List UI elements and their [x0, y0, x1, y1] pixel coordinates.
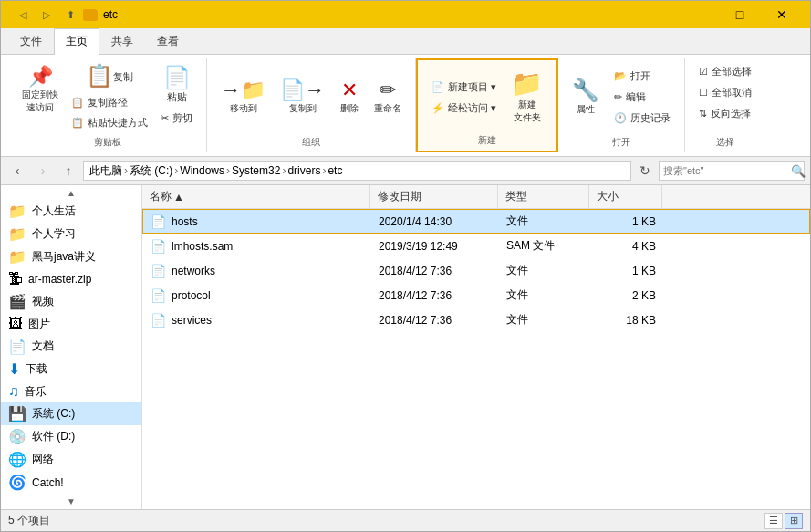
details-view-btn[interactable]: ☰	[764, 513, 783, 529]
select-all-btn[interactable]: ☑ 全部选择	[692, 62, 758, 81]
open-icon: 📂	[614, 70, 627, 82]
properties-btn[interactable]: 🔧 属性	[566, 75, 606, 120]
search-button[interactable]: 🔍	[791, 164, 806, 178]
sidebar-label: 黑马java讲义	[32, 249, 96, 265]
ribbon-content: 📌 固定到快速访问 📋 复制 📋 复制路径 📋	[1, 55, 810, 156]
file-name-label: networks	[172, 265, 215, 277]
system-menu-btn[interactable]: ◁	[12, 4, 34, 26]
pin-btn[interactable]: 📌 固定到快速访问	[16, 62, 65, 119]
paste-path-btn[interactable]: 📋 复制路径	[65, 93, 154, 112]
select-buttons: ☑ 全部选择 ☐ 全部取消 ⇅ 反向选择	[692, 62, 758, 132]
refresh-btn[interactable]: ↻	[635, 161, 655, 181]
paste-shortcut-icon: 📋	[71, 117, 84, 129]
col-header-name[interactable]: 名称 ▲	[142, 185, 370, 208]
invert-select-btn[interactable]: ⇅ 反向选择	[692, 104, 757, 123]
invert-icon: ⇅	[699, 108, 707, 120]
col-header-type[interactable]: 类型	[498, 185, 589, 208]
clipboard-small-btns: 📋 复制路径 📋 粘贴快捷方式	[65, 93, 154, 132]
col-date-label: 修改日期	[378, 189, 421, 204]
file-name-label: services	[172, 314, 212, 327]
clipboard-buttons: 📌 固定到快速访问 📋 复制 📋 复制路径 📋	[16, 62, 199, 132]
sidebar-item-personal-study[interactable]: 📁 个人学习	[1, 223, 141, 245]
address-path[interactable]: 此电脑 › 系统 (C:) › Windows › System32 › dri…	[83, 161, 631, 181]
sidebar-item-software-d[interactable]: 💿 软件 (D:)	[1, 425, 141, 448]
sidebar-item-pictures[interactable]: 🖼 图片	[1, 313, 141, 335]
file-row-networks[interactable]: 📄 networks 2018/4/12 7:36 文件 1 KB	[142, 258, 810, 283]
search-input[interactable]	[663, 165, 789, 176]
file-row-lmhosts[interactable]: 📄 lmhosts.sam 2019/3/19 12:49 SAM 文件 4 K…	[142, 234, 810, 258]
select-none-btn[interactable]: ☐ 全部取消	[692, 83, 758, 102]
new-folder-btn[interactable]: 📁 新建文件夹	[504, 67, 549, 129]
edit-btn[interactable]: ✏ 编辑	[608, 88, 677, 107]
ribbon-group-clipboard: 📌 固定到快速访问 📋 复制 📋 复制路径 📋	[8, 58, 207, 152]
title-folder-icon	[83, 9, 98, 21]
file-icon-hosts: 📄	[151, 214, 166, 229]
easy-access-btn[interactable]: ⚡ 经松访问 ▾	[425, 99, 503, 118]
organize-buttons: →📁 移动到 📄→ 复制到 ✕ 删除 ✏ 重命名	[214, 62, 408, 132]
nav-back-btn[interactable]: ‹	[6, 160, 28, 182]
drive-c-icon: 💾	[8, 405, 26, 422]
maximize-btn[interactable]: □	[719, 1, 761, 28]
documents-icon: 📄	[8, 338, 26, 355]
sidebar-scroll-up[interactable]: ▲	[1, 185, 141, 200]
cut-btn[interactable]: ✂ 剪切	[154, 109, 199, 128]
col-header-size[interactable]: 大小	[589, 185, 662, 208]
delete-btn[interactable]: ✕ 删除	[333, 76, 366, 120]
close-btn[interactable]: ✕	[761, 1, 803, 28]
nav-up-btn[interactable]: ↑	[57, 160, 79, 182]
file-icon-services: 📄	[151, 313, 166, 328]
nav-forward-btn[interactable]: ›	[32, 160, 54, 182]
tab-view[interactable]: 查看	[145, 28, 191, 54]
sidebar-item-heima[interactable]: 📁 黑马java讲义	[1, 245, 141, 268]
tab-home[interactable]: 主页	[54, 28, 99, 55]
breadcrumb-drivers[interactable]: drivers	[287, 164, 320, 177]
sidebar-item-personal-life[interactable]: 📁 个人生活	[1, 200, 141, 223]
ribbon: 文件 主页 共享 查看 📌 固定到快速访问 📋 复制 📋	[1, 28, 810, 157]
new-item-btn[interactable]: 📄 新建项目 ▾	[425, 78, 503, 97]
sidebar-label: 网络	[32, 452, 54, 467]
breadcrumb-c[interactable]: 系统 (C:)	[130, 163, 172, 179]
file-date-protocol: 2018/4/12 7:36	[371, 287, 499, 304]
copy-to-btn[interactable]: 📄→ 复制到	[274, 76, 331, 120]
rename-btn[interactable]: ✏ 重命名	[368, 76, 408, 120]
move-to-btn[interactable]: →📁 移动到	[214, 76, 272, 120]
sidebar-label: ar-master.zip	[28, 273, 91, 286]
open-btn[interactable]: 📂 打开	[608, 67, 677, 86]
open-buttons: 🔧 属性 📂 打开 ✏ 编辑 🕐 历史记录	[566, 62, 677, 132]
clipboard-small-group: 📋 复制 📋 复制路径 📋 粘贴快捷方式	[65, 62, 154, 132]
col-name-sort-icon: ▲	[173, 191, 184, 203]
breadcrumb-etc[interactable]: etc	[328, 164, 342, 177]
tab-file[interactable]: 文件	[8, 28, 54, 54]
search-box[interactable]: 🔍	[659, 161, 805, 181]
catch-icon: 🌀	[8, 474, 26, 491]
sidebar-item-system-c[interactable]: 💾 系统 (C:)	[1, 402, 141, 425]
sidebar-item-downloads[interactable]: ⬇ 下载	[1, 358, 141, 381]
quick-forward-btn[interactable]: ⬆	[59, 4, 81, 26]
history-btn[interactable]: 🕐 历史记录	[608, 109, 677, 128]
tab-share[interactable]: 共享	[99, 28, 145, 54]
sidebar-label: 音乐	[25, 384, 47, 400]
sidebar-item-music[interactable]: ♫ 音乐	[1, 381, 141, 402]
sidebar-item-catch[interactable]: 🌀 Catch!	[1, 471, 141, 494]
sidebar-item-network[interactable]: 🌐 网络	[1, 448, 141, 471]
paste-shortcut-btn[interactable]: 📋 粘贴快捷方式	[65, 113, 154, 132]
col-header-date[interactable]: 修改日期	[370, 185, 498, 208]
sidebar-item-video[interactable]: 🎬 视频	[1, 290, 141, 313]
grid-view-btn[interactable]: ⊞	[785, 513, 803, 529]
breadcrumb-pc[interactable]: 此电脑	[89, 163, 122, 179]
breadcrumb-system32[interactable]: System32	[232, 164, 280, 177]
file-date-hosts: 2020/1/4 14:30	[371, 214, 499, 230]
file-row-services[interactable]: 📄 services 2018/4/12 7:36 文件 18 KB	[142, 308, 810, 332]
sidebar-label: 个人学习	[32, 226, 76, 242]
new-item-icon: 📄	[431, 81, 444, 93]
copy-btn[interactable]: 📋 复制	[65, 62, 154, 91]
minimize-btn[interactable]: —	[677, 1, 719, 28]
file-row-protocol[interactable]: 📄 protocol 2018/4/12 7:36 文件 2 KB	[142, 283, 810, 308]
sidebar-item-documents[interactable]: 📄 文档	[1, 335, 141, 358]
file-row-hosts[interactable]: 📄 hosts 2020/1/4 14:30 文件 1 KB	[142, 209, 810, 234]
quick-back-btn[interactable]: ▷	[36, 4, 57, 26]
sidebar-scroll-down[interactable]: ▼	[1, 494, 141, 508]
paste-btn[interactable]: 📄 粘贴	[154, 62, 199, 109]
sidebar-item-ar-master[interactable]: 🗜 ar-master.zip	[1, 268, 141, 290]
breadcrumb-windows[interactable]: Windows	[180, 164, 224, 177]
